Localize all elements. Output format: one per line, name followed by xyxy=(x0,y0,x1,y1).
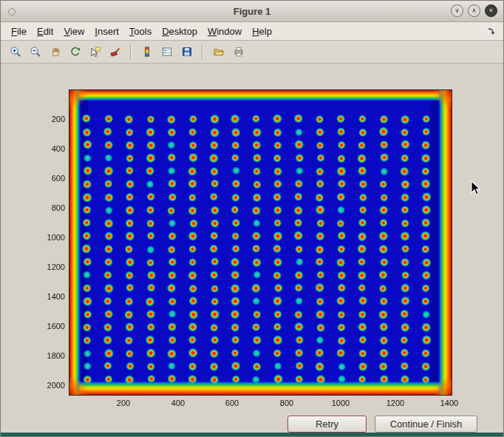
print-icon[interactable] xyxy=(230,44,247,61)
figure-window: Figure 1 ∨ ∧ × File Edit View Insert Too… xyxy=(0,0,504,437)
toolbar-separator xyxy=(202,44,203,59)
undock-icon[interactable] xyxy=(487,26,497,36)
rotate-3d-icon[interactable] xyxy=(67,44,84,61)
y-tick-label: 1200 xyxy=(31,262,65,271)
close-button[interactable]: × xyxy=(485,4,497,17)
menu-file[interactable]: File xyxy=(7,24,33,38)
y-tick-label: 200 xyxy=(31,115,65,123)
continue-finish-button[interactable]: Continue / Finish xyxy=(375,416,477,433)
y-tick-label: 1600 xyxy=(31,322,65,331)
x-tick-label: 1000 xyxy=(324,399,357,407)
insert-legend-icon[interactable] xyxy=(158,44,175,61)
x-tick-label: 1400 xyxy=(433,399,466,407)
colorbar-icon[interactable] xyxy=(138,44,155,61)
y-tick-label: 2000 xyxy=(31,381,65,390)
plot-axes: 200 400 600 800 1000 1200 1400 1600 1800… xyxy=(69,90,452,395)
menu-insert[interactable]: Insert xyxy=(90,24,125,38)
pan-icon[interactable] xyxy=(47,44,64,61)
data-cursor-icon[interactable] xyxy=(86,44,103,61)
menu-window[interactable]: Window xyxy=(203,24,248,38)
window-title: Figure 1 xyxy=(1,6,503,17)
x-tick-label: 1200 xyxy=(379,399,412,407)
toolbar-separator xyxy=(130,44,132,59)
menu-desktop[interactable]: Desktop xyxy=(157,24,203,38)
y-tick-label: 600 xyxy=(31,174,65,183)
x-tick-label: 600 xyxy=(216,399,248,407)
menu-edit[interactable]: Edit xyxy=(33,24,59,38)
x-tick-label: 200 xyxy=(107,399,140,407)
y-tick-label: 1800 xyxy=(31,351,65,360)
y-tick-label: 1400 xyxy=(31,292,65,301)
brush-icon[interactable] xyxy=(106,44,123,61)
figure-toolbar xyxy=(1,41,503,64)
title-bar: Figure 1 ∨ ∧ × xyxy=(1,1,503,22)
heatmap-image[interactable] xyxy=(69,90,452,395)
retry-button[interactable]: Retry xyxy=(287,416,367,433)
menu-help[interactable]: Help xyxy=(248,24,278,38)
y-tick-label: 800 xyxy=(31,203,65,212)
x-tick-label: 800 xyxy=(270,399,303,407)
menu-view[interactable]: View xyxy=(59,24,90,38)
menu-bar: File Edit View Insert Tools Desktop Wind… xyxy=(1,22,503,41)
figure-canvas-area: 200 400 600 800 1000 1200 1400 1600 1800… xyxy=(1,64,503,433)
minimize-button[interactable]: ∨ xyxy=(451,4,463,17)
window-controls: ∨ ∧ × xyxy=(451,4,497,17)
y-tick-label: 1000 xyxy=(31,233,65,242)
zoom-out-icon[interactable] xyxy=(27,44,44,61)
zoom-in-icon[interactable] xyxy=(7,44,24,61)
y-tick-label: 400 xyxy=(31,144,65,153)
open-folder-icon[interactable] xyxy=(210,44,227,61)
menu-tools[interactable]: Tools xyxy=(125,24,157,38)
save-icon[interactable] xyxy=(178,44,195,61)
x-tick-label: 400 xyxy=(162,399,194,407)
window-bottom-bar xyxy=(1,433,503,437)
window-menu-icon[interactable] xyxy=(8,8,16,16)
maximize-button[interactable]: ∧ xyxy=(468,4,480,17)
